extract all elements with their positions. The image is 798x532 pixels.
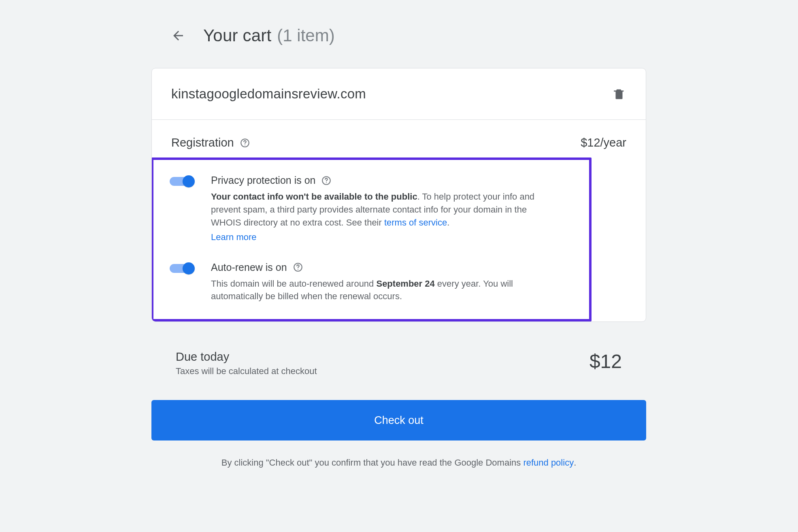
page: Your cart (1 item) kinstagoogledomainsre… [0,0,798,492]
domain-row: kinstagoogledomainsreview.com [152,68,646,120]
privacy-desc: Your contact info won't be available to … [211,190,551,244]
autorenew-body: Auto-renew is on This domain will be aut… [211,262,573,303]
svg-point-5 [298,269,298,270]
due-note: Taxes will be calculated at checkout [176,366,317,377]
delete-button[interactable] [612,87,626,101]
autorenew-option: Auto-renew is on This domain will be aut… [170,257,573,303]
privacy-help[interactable] [321,175,332,186]
autorenew-toggle[interactable] [170,264,192,273]
domain-name: kinstagoogledomainsreview.com [171,86,366,102]
autorenew-title-row: Auto-renew is on [211,262,573,273]
privacy-body: Privacy protection is on Your contact in… [211,174,573,244]
svg-point-1 [245,144,245,145]
privacy-title-row: Privacy protection is on [211,174,573,186]
checkout-label: Check out [374,414,423,427]
privacy-option: Privacy protection is on Your contact in… [170,170,573,244]
options-highlight: Privacy protection is on Your contact in… [151,157,592,321]
autorenew-date: September 24 [376,279,434,289]
due-row: Due today Taxes will be calculated at ch… [151,350,646,377]
page-title: Your cart [203,26,271,45]
registration-label-wrap: Registration [171,136,250,149]
page-header: Your cart (1 item) [0,3,798,68]
registration-label: Registration [171,136,234,149]
svg-point-3 [326,182,327,183]
autorenew-desc-pre: This domain will be auto-renewed around [211,279,376,289]
help-icon [321,175,332,186]
learn-more-link[interactable]: Learn more [211,231,257,244]
back-button[interactable] [168,26,188,45]
terms-of-service-link[interactable]: terms of service [384,217,447,228]
checkout-button[interactable]: Check out [151,400,646,440]
privacy-toggle[interactable] [170,177,192,186]
privacy-title: Privacy protection is on [211,174,315,186]
autorenew-help[interactable] [293,262,303,272]
page-title-count: (1 item) [277,26,334,45]
registration-price: $12/year [581,136,626,149]
fineprint-pre: By clicking "Check out" you confirm that… [221,458,523,468]
autorenew-desc: This domain will be auto-renewed around … [211,277,551,303]
arrow-left-icon [171,28,185,43]
registration-help[interactable] [240,138,250,148]
privacy-desc-bold: Your contact info won't be available to … [211,192,417,202]
autorenew-title: Auto-renew is on [211,262,287,273]
help-icon [240,138,250,148]
due-left: Due today Taxes will be calculated at ch… [176,350,317,377]
due-amount: $12 [589,350,622,372]
trash-icon [612,87,626,101]
refund-policy-link[interactable]: refund policy [523,458,574,468]
registration-row: Registration $12/year [152,120,646,158]
fineprint: By clicking "Check out" you confirm that… [151,458,646,468]
due-title: Due today [176,350,317,364]
period: . [447,217,449,228]
page-title-wrap: Your cart (1 item) [203,26,335,45]
fineprint-post: . [574,458,576,468]
help-icon [293,262,303,272]
cart-card: kinstagoogledomainsreview.com Registrati… [151,68,646,322]
